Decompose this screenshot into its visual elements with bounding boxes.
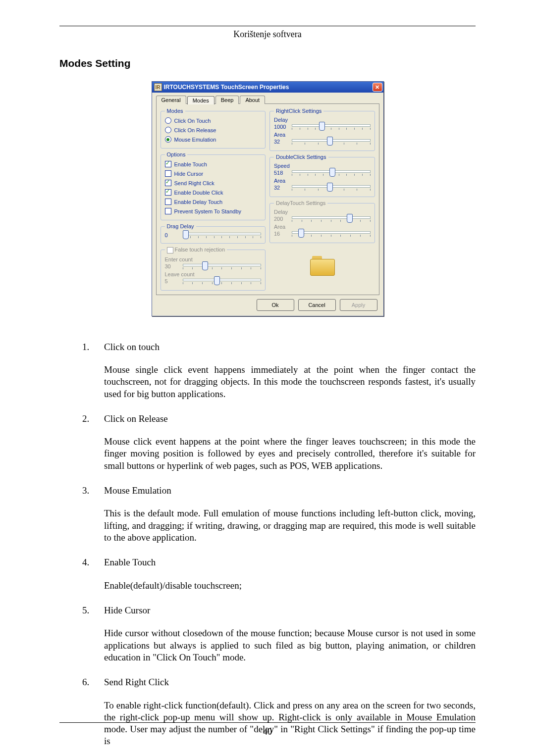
radio-icon	[165, 136, 171, 143]
cb-label: Enable Delay Touch	[174, 199, 223, 205]
leave-count-label: Leave count	[165, 271, 262, 277]
folder-icon[interactable]	[310, 256, 334, 275]
app-icon: IR	[154, 83, 162, 91]
rc-area-slider[interactable]	[292, 138, 371, 146]
modes-legend: Modes	[165, 108, 185, 114]
options-group: Options Enable Touch Hide Cursor Send Ri…	[160, 151, 266, 220]
rc-delay-slider[interactable]	[292, 123, 371, 131]
item-title: Click on Release	[104, 413, 476, 425]
checkbox-icon	[165, 161, 171, 167]
dt-area-value: 16	[274, 231, 288, 237]
properties-window: IR IRTOUCHSYSTEMS TouchScreen Properties…	[152, 81, 384, 316]
checkbox-icon	[165, 199, 171, 205]
modes-group: Modes Click On Touch Click On Release	[160, 108, 266, 149]
cb-label: Send Right Click	[174, 180, 214, 186]
radio-label: Mouse Emulation	[174, 137, 216, 143]
dc-area-value: 32	[274, 185, 288, 191]
item-number: 3.	[82, 485, 104, 544]
radio-label: Click On Release	[174, 127, 216, 133]
checkbox-icon[interactable]	[167, 247, 173, 253]
list-item: 3. Mouse Emulation This is the default m…	[82, 485, 476, 544]
item-title: Mouse Emulation	[104, 485, 476, 497]
cb-enable-double-click[interactable]: Enable Double Click	[165, 188, 262, 197]
rc-area-value: 32	[274, 139, 288, 145]
item-desc: Enable(default)/disable touchscreen;	[104, 580, 476, 592]
cb-send-right-click[interactable]: Send Right Click	[165, 178, 262, 188]
description-list: 1. Click on touch Mouse single click eve…	[59, 341, 476, 748]
radio-label: Click On Touch	[174, 118, 211, 124]
item-number: 5.	[82, 605, 104, 663]
list-item: 2. Click on Release Mouse click event ha…	[82, 413, 476, 472]
item-number: 4.	[82, 556, 104, 592]
checkbox-icon	[165, 170, 171, 177]
cb-enable-delay-touch[interactable]: Enable Delay Touch	[165, 197, 262, 206]
dt-delay-slider	[292, 215, 371, 223]
drag-delay-value: 0	[165, 232, 179, 238]
radio-mouse-emulation[interactable]: Mouse Emulation	[165, 135, 262, 144]
tab-beep[interactable]: Beep	[215, 96, 239, 104]
cancel-button[interactable]: Cancel	[298, 299, 336, 311]
window-title: IRTOUCHSYSTEMS TouchScreen Properties	[164, 84, 289, 91]
delaytouch-legend: DelayTouch Settings	[274, 200, 327, 206]
false-touch-group: False touch rejection Enter count 30 Lea…	[160, 247, 266, 291]
dt-area-label: Area	[274, 224, 371, 230]
dc-area-label: Area	[274, 178, 371, 184]
close-button[interactable]: ✕	[373, 83, 382, 92]
rc-delay-value: 1000	[274, 124, 288, 130]
radio-icon	[165, 127, 171, 133]
leave-count-value: 5	[165, 278, 179, 284]
radio-icon	[165, 117, 171, 124]
dc-speed-value: 518	[274, 170, 288, 176]
delaytouch-group: DelayTouch Settings Delay 200 Area	[269, 200, 375, 243]
cb-hide-cursor[interactable]: Hide Cursor	[165, 169, 262, 178]
tab-modes[interactable]: Modes	[187, 96, 214, 104]
dt-delay-value: 200	[274, 216, 288, 222]
enter-count-slider	[183, 262, 262, 270]
tab-about[interactable]: About	[240, 96, 265, 104]
list-item: 4. Enable Touch Enable(default)/disable …	[82, 556, 476, 592]
options-legend: Options	[165, 151, 188, 157]
list-item: 1. Click on touch Mouse single click eve…	[82, 341, 476, 400]
radio-click-on-touch[interactable]: Click On Touch	[165, 116, 262, 125]
cb-enable-touch[interactable]: Enable Touch	[165, 159, 262, 169]
doubleclick-group: DoubleClick Settings Speed 518 Area	[269, 154, 375, 197]
cb-prevent-standby[interactable]: Prevent System To Standby	[165, 206, 262, 216]
cb-label: Prevent System To Standby	[174, 208, 242, 214]
running-header: Korištenje softvera	[59, 29, 476, 40]
dc-area-slider[interactable]	[292, 184, 371, 192]
drag-delay-legend: Drag Delay	[165, 223, 196, 229]
doubleclick-legend: DoubleClick Settings	[274, 154, 328, 160]
page-number: 40	[263, 727, 272, 737]
enter-count-label: Enter count	[165, 256, 262, 262]
tab-strip: General Modes Beep About	[156, 96, 379, 104]
rightclick-legend: RightClick Settings	[274, 108, 323, 114]
rightclick-group: RightClick Settings Delay 1000 Area	[269, 108, 375, 151]
item-desc: Mouse single click event happens immedia…	[104, 364, 476, 400]
leave-count-slider	[183, 277, 262, 285]
tab-general[interactable]: General	[156, 96, 186, 104]
dc-speed-label: Speed	[274, 163, 371, 169]
item-desc: This is the default mode. Full emulation…	[104, 507, 476, 544]
list-item: 5. Hide Cursor Hide cursor without close…	[82, 605, 476, 663]
cb-label: Enable Touch	[174, 161, 207, 167]
checkbox-icon	[165, 208, 171, 214]
drag-delay-slider[interactable]	[183, 231, 262, 239]
apply-button[interactable]: Apply	[340, 299, 377, 311]
page-footer: 40	[59, 722, 476, 737]
checkbox-icon	[165, 180, 171, 186]
item-title: Send Right Click	[104, 676, 476, 688]
item-title: Enable Touch	[104, 556, 476, 568]
dt-delay-label: Delay	[274, 209, 371, 215]
rc-area-label: Area	[274, 132, 371, 138]
cb-label: Enable Double Click	[174, 190, 223, 196]
ok-button[interactable]: Ok	[257, 299, 294, 311]
item-title: Hide Cursor	[104, 605, 476, 616]
cb-label: Hide Cursor	[174, 171, 204, 177]
radio-click-on-release[interactable]: Click On Release	[165, 125, 262, 135]
item-number: 2.	[82, 413, 104, 472]
dc-speed-slider[interactable]	[292, 169, 371, 177]
section-title: Modes Setting	[59, 57, 476, 69]
checkbox-icon	[165, 189, 171, 196]
enter-count-value: 30	[165, 263, 179, 269]
titlebar: IR IRTOUCHSYSTEMS TouchScreen Properties…	[152, 82, 383, 93]
